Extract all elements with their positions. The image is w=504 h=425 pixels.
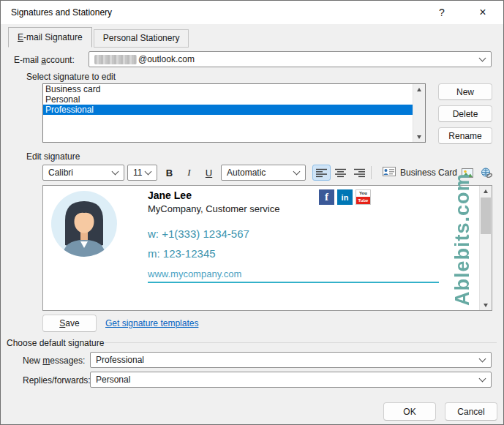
signature-name: Jane Lee <box>148 189 192 201</box>
insert-hyperlink-button[interactable] <box>478 165 496 181</box>
dialog-title: Signatures and Stationery <box>11 7 112 18</box>
signature-divider <box>148 282 439 283</box>
list-item-selected[interactable]: Professional <box>43 105 413 115</box>
new-messages-label: New messages: <box>23 356 85 366</box>
list-item[interactable]: Personal <box>43 94 413 105</box>
chevron-down-icon <box>479 55 486 62</box>
list-item[interactable]: Business card <box>43 84 413 94</box>
toolbar-separator <box>371 166 372 179</box>
help-button[interactable]: ? <box>421 1 462 24</box>
scroll-down-icon[interactable] <box>413 131 425 142</box>
tab-personal-stationery[interactable]: Personal Stationery <box>94 29 189 48</box>
signature-work-phone: w: +1(333) 1234-567 <box>148 227 249 240</box>
youtube-icon[interactable]: You Tube <box>356 189 371 205</box>
scroll-down-icon[interactable] <box>480 299 492 310</box>
rename-button[interactable]: Rename <box>438 127 492 144</box>
align-right-icon <box>354 168 365 178</box>
email-account-label: E-mail account: <box>14 55 75 65</box>
email-account-select[interactable]: @outlook.com <box>89 51 492 67</box>
chevron-down-icon <box>145 168 152 176</box>
replies-forwards-select[interactable]: Personal <box>90 372 492 388</box>
select-signature-label: Select signature to edit <box>26 72 116 82</box>
choose-default-signature-label: Choose default signature <box>7 338 104 348</box>
ok-button[interactable]: OK <box>383 402 436 421</box>
chevron-down-icon <box>112 168 119 176</box>
redacted-account-name <box>94 55 137 64</box>
signature-mobile-phone: m: 123-12345 <box>148 247 216 260</box>
tab-strip: E-mail Signature Personal Stationery <box>8 27 190 48</box>
bold-button[interactable]: B <box>160 165 178 181</box>
chevron-down-icon <box>479 356 486 363</box>
business-card-icon <box>383 167 396 178</box>
ablebits-watermark: Ablebits.com <box>451 190 474 306</box>
underline-button[interactable]: U <box>200 165 218 181</box>
signature-company: MyCompany, Customer service <box>148 203 279 214</box>
align-center-icon <box>335 168 346 178</box>
social-icons: f in You Tube <box>319 189 371 205</box>
group-separator-line <box>105 342 497 343</box>
get-signature-templates-link[interactable]: Get signature templates <box>105 318 198 328</box>
list-scrollbar[interactable] <box>413 84 425 142</box>
scroll-thumb[interactable] <box>481 198 491 234</box>
edit-signature-label: Edit signature <box>26 151 80 162</box>
avatar <box>51 191 117 257</box>
italic-button[interactable]: I <box>180 165 198 181</box>
align-right-button[interactable] <box>350 165 369 181</box>
hyperlink-globe-icon <box>481 168 493 178</box>
signature-editor-area[interactable]: Jane Lee MyCompany, Customer service f i… <box>42 185 492 311</box>
signature-website-link[interactable]: www.mycompany.com <box>148 268 241 279</box>
save-button[interactable]: Save <box>42 315 97 332</box>
new-button[interactable]: New <box>438 83 492 100</box>
align-left-button[interactable] <box>312 165 331 181</box>
font-size-select[interactable]: 11 <box>127 165 157 181</box>
align-center-button[interactable] <box>331 165 350 181</box>
caption-buttons: ? × <box>421 1 503 24</box>
preview-scrollbar[interactable] <box>479 186 492 310</box>
font-color-select[interactable]: Automatic <box>221 165 306 181</box>
chevron-down-icon <box>479 375 486 383</box>
tab-email-signature[interactable]: E-mail Signature <box>8 27 92 48</box>
titlebar: Signatures and Stationery ? × <box>1 1 503 24</box>
new-messages-select[interactable]: Professional <box>90 352 492 368</box>
facebook-icon[interactable]: f <box>319 189 334 205</box>
signatures-dialog: Signatures and Stationery ? × E-mail Sig… <box>0 0 504 425</box>
linkedin-icon[interactable]: in <box>337 189 353 205</box>
email-account-value: @outlook.com <box>138 54 195 64</box>
font-family-select[interactable]: Calibri <box>42 165 124 181</box>
chevron-down-icon <box>293 168 301 176</box>
align-left-icon <box>316 168 327 178</box>
signature-listbox: Business card Personal Professional <box>42 83 426 143</box>
close-icon[interactable]: × <box>462 1 503 24</box>
scroll-up-icon[interactable] <box>413 88 425 99</box>
cancel-button[interactable]: Cancel <box>445 402 497 421</box>
delete-button[interactable]: Delete <box>438 105 492 122</box>
replies-forwards-label: Replies/forwards: <box>23 375 91 385</box>
